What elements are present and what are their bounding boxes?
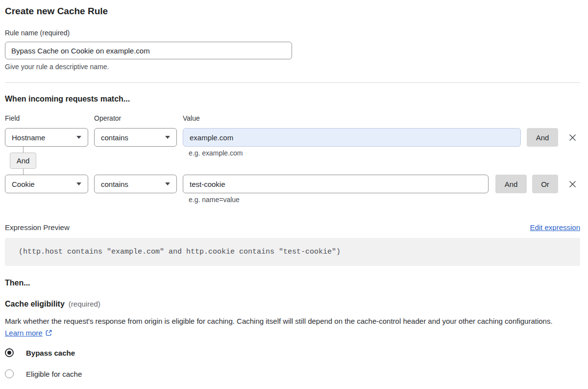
external-link-icon bbox=[45, 329, 52, 337]
match-heading: When incoming requests match... bbox=[5, 94, 580, 104]
expression-preview-label: Expression Preview bbox=[5, 223, 70, 232]
remove-condition-button[interactable] bbox=[566, 178, 578, 190]
section-divider bbox=[5, 82, 580, 83]
operator-select[interactable]: contains bbox=[94, 175, 177, 193]
value-input[interactable] bbox=[183, 128, 521, 147]
condition-column-labels: Field Operator Value bbox=[5, 114, 580, 122]
value-column-label: Value bbox=[183, 114, 580, 122]
edit-expression-link[interactable]: Edit expression bbox=[530, 223, 580, 232]
operator-column-label: Operator bbox=[94, 114, 177, 122]
rule-name-help: Give your rule a descriptive name. bbox=[5, 63, 580, 71]
condition-connector-block: And e.g. example.com bbox=[5, 147, 580, 175]
operator-select[interactable]: contains bbox=[94, 128, 177, 147]
connector-and-button[interactable]: And bbox=[10, 153, 36, 169]
condition-row: Cookie contains And Or bbox=[5, 175, 580, 193]
condition-row: Hostname contains And bbox=[5, 128, 580, 147]
value-hint: e.g. example.com bbox=[189, 149, 243, 157]
field-select[interactable]: Cookie bbox=[5, 175, 88, 193]
eligible-for-cache-option[interactable]: Eligible for cache bbox=[5, 369, 580, 378]
chevron-down-icon bbox=[76, 182, 81, 185]
bypass-cache-option[interactable]: Bypass cache bbox=[5, 348, 580, 357]
chevron-down-icon bbox=[76, 136, 81, 139]
rule-name-label: Rule name (required) bbox=[5, 29, 580, 37]
cache-eligibility-heading: Cache eligibility bbox=[5, 300, 65, 309]
operator-select-value: contains bbox=[101, 180, 128, 188]
then-heading: Then... bbox=[5, 279, 580, 287]
add-and-condition-button[interactable]: And bbox=[495, 175, 527, 193]
value-input[interactable] bbox=[183, 175, 489, 193]
rule-name-input[interactable] bbox=[5, 42, 292, 59]
operator-select-value: contains bbox=[101, 133, 128, 142]
field-select[interactable]: Hostname bbox=[5, 128, 88, 147]
cache-eligibility-heading-row: Cache eligibility (required) bbox=[5, 300, 580, 309]
field-column-label: Field bbox=[5, 114, 88, 122]
add-or-condition-button[interactable]: Or bbox=[532, 175, 558, 193]
chevron-down-icon bbox=[165, 136, 170, 139]
remove-condition-button[interactable] bbox=[566, 131, 578, 143]
value-hint: e.g. name=value bbox=[189, 196, 580, 204]
expression-preview-block: (http.host contains "example.com" and ht… bbox=[5, 238, 580, 266]
connector-line bbox=[23, 147, 24, 153]
description-text: Mark whether the request's response from… bbox=[5, 317, 553, 325]
cache-eligibility-description: Mark whether the request's response from… bbox=[5, 315, 573, 339]
chevron-down-icon bbox=[165, 182, 170, 185]
close-icon bbox=[568, 180, 577, 189]
connector-line bbox=[23, 169, 24, 175]
close-icon bbox=[568, 133, 577, 142]
create-cache-rule-form: Create new Cache Rule Rule name (require… bbox=[0, 0, 588, 378]
eligible-for-cache-label: Eligible for cache bbox=[26, 370, 82, 378]
radio-selected-icon[interactable] bbox=[5, 348, 14, 357]
required-note: (required) bbox=[69, 300, 100, 308]
radio-unselected-icon[interactable] bbox=[5, 369, 14, 378]
expression-header: Expression Preview Edit expression bbox=[5, 223, 580, 232]
field-select-value: Hostname bbox=[12, 133, 45, 142]
field-select-value: Cookie bbox=[12, 180, 35, 188]
learn-more-link[interactable]: Learn more bbox=[5, 329, 43, 337]
add-and-condition-button[interactable]: And bbox=[527, 128, 558, 147]
page-title: Create new Cache Rule bbox=[5, 5, 580, 17]
bypass-cache-label: Bypass cache bbox=[26, 349, 75, 357]
expression-code: (http.host contains "example.com" and ht… bbox=[19, 248, 341, 256]
